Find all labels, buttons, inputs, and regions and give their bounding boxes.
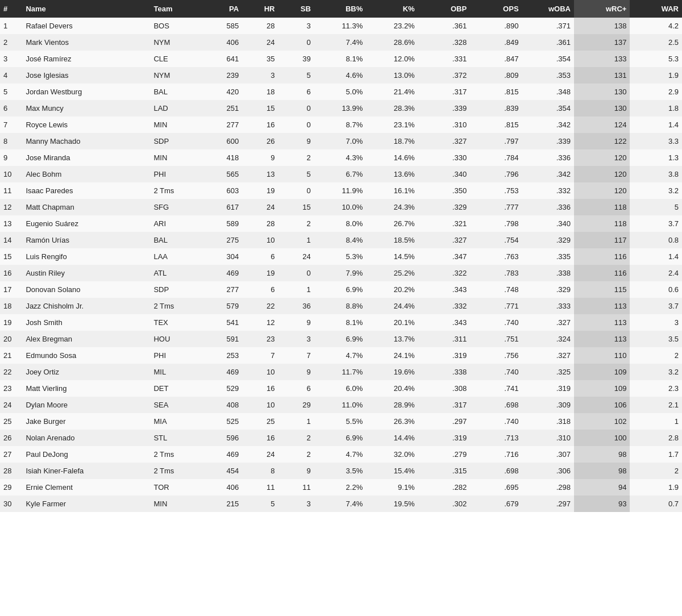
rank-cell: 26 — [0, 430, 22, 446]
k-cell: 26.7% — [366, 215, 418, 232]
ops-cell: .740 — [470, 364, 522, 380]
war-cell: 2.4 — [630, 265, 682, 281]
team-cell: TOR — [150, 479, 198, 496]
war-cell: 1.3 — [630, 149, 682, 166]
k-cell: 23.2% — [366, 18, 418, 34]
woba-cell: .310 — [522, 430, 574, 446]
obp-cell: .327 — [418, 133, 470, 149]
sb-cell: 9 — [278, 133, 314, 149]
col-header-hr: HR — [242, 0, 278, 18]
sb-cell: 36 — [278, 298, 314, 314]
sb-cell: 0 — [278, 100, 314, 116]
name-cell: Josh Smith — [22, 314, 150, 331]
sb-cell: 2 — [278, 446, 314, 463]
war-cell: 3 — [630, 314, 682, 331]
table-row: 14Ramón UríasBAL2751018.4%18.5%.327.754.… — [0, 232, 682, 248]
hr-cell: 16 — [242, 380, 278, 397]
wrc-cell: 130 — [574, 84, 630, 100]
table-row: 13Eugenio SuárezARI5892828.0%26.7%.321.7… — [0, 215, 682, 232]
table-row: 26Nolan ArenadoSTL5961626.9%14.4%.319.71… — [0, 430, 682, 446]
bb-cell: 6.7% — [314, 166, 366, 182]
name-cell: Jose Miranda — [22, 149, 150, 166]
k-cell: 26.3% — [366, 413, 418, 430]
woba-cell: .327 — [522, 314, 574, 331]
k-cell: 19.5% — [366, 496, 418, 512]
k-cell: 12.0% — [366, 51, 418, 67]
wrc-cell: 120 — [574, 166, 630, 182]
sb-cell: 24 — [278, 248, 314, 265]
hr-cell: 24 — [242, 199, 278, 215]
wrc-cell: 122 — [574, 133, 630, 149]
table-row: 2Mark VientosNYM4062407.4%28.6%.328.849.… — [0, 34, 682, 51]
war-cell: 3.7 — [630, 298, 682, 314]
col-header-ops: OPS — [470, 0, 522, 18]
team-cell: BAL — [150, 84, 198, 100]
ops-cell: .698 — [470, 397, 522, 413]
pa-cell: 406 — [198, 479, 242, 496]
col-header-team: Team — [150, 0, 198, 18]
name-cell: Max Muncy — [22, 100, 150, 116]
woba-cell: .348 — [522, 84, 574, 100]
war-cell: 1 — [630, 413, 682, 430]
team-cell: 2 Tms — [150, 182, 198, 199]
sb-cell: 11 — [278, 479, 314, 496]
hr-cell: 25 — [242, 413, 278, 430]
pa-cell: 617 — [198, 199, 242, 215]
woba-cell: .333 — [522, 298, 574, 314]
obp-cell: .340 — [418, 166, 470, 182]
obp-cell: .361 — [418, 18, 470, 34]
woba-cell: .335 — [522, 248, 574, 265]
wrc-cell: 98 — [574, 446, 630, 463]
wrc-cell: 113 — [574, 314, 630, 331]
hr-cell: 26 — [242, 133, 278, 149]
sb-cell: 0 — [278, 182, 314, 199]
rank-cell: 24 — [0, 397, 22, 413]
woba-cell: .342 — [522, 116, 574, 133]
table-row: 18Jazz Chisholm Jr.2 Tms57922368.8%24.4%… — [0, 298, 682, 314]
war-cell: 1.9 — [630, 479, 682, 496]
table-row: 22Joey OrtizMIL46910911.7%19.6%.338.740.… — [0, 364, 682, 380]
col-header-war: WAR — [630, 0, 682, 18]
team-cell: MIN — [150, 496, 198, 512]
table-row: 23Matt VierlingDET5291666.0%20.4%.308.74… — [0, 380, 682, 397]
bb-cell: 7.0% — [314, 133, 366, 149]
team-cell: PHI — [150, 166, 198, 182]
team-cell: MIL — [150, 364, 198, 380]
sb-cell: 2 — [278, 149, 314, 166]
bb-cell: 4.6% — [314, 67, 366, 84]
obp-cell: .310 — [418, 116, 470, 133]
obp-cell: .279 — [418, 446, 470, 463]
wrc-cell: 130 — [574, 100, 630, 116]
name-cell: Matt Chapman — [22, 199, 150, 215]
bb-cell: 6.0% — [314, 380, 366, 397]
obp-cell: .343 — [418, 281, 470, 298]
wrc-cell: 113 — [574, 331, 630, 347]
table-row: 28Isiah Kiner-Falefa2 Tms454893.5%15.4%.… — [0, 463, 682, 479]
table-row: 16Austin RileyATL4691907.9%25.2%.322.783… — [0, 265, 682, 281]
table-row: 1Rafael DeversBOS58528311.3%23.2%.361.89… — [0, 18, 682, 34]
bb-cell: 8.4% — [314, 232, 366, 248]
hr-cell: 16 — [242, 430, 278, 446]
col-header-sb: SB — [278, 0, 314, 18]
war-cell: 4.2 — [630, 18, 682, 34]
woba-cell: .297 — [522, 496, 574, 512]
table-row: 9Jose MirandaMIN418924.3%14.6%.330.784.3… — [0, 149, 682, 166]
col-header-k: K% — [366, 0, 418, 18]
team-cell: SDP — [150, 133, 198, 149]
wrc-cell: 94 — [574, 479, 630, 496]
ops-cell: .849 — [470, 34, 522, 51]
name-cell: Alex Bregman — [22, 331, 150, 347]
war-cell: 3.3 — [630, 133, 682, 149]
pa-cell: 275 — [198, 232, 242, 248]
rank-cell: 4 — [0, 67, 22, 84]
rank-cell: 28 — [0, 463, 22, 479]
name-cell: Isaac Paredes — [22, 182, 150, 199]
ops-cell: .783 — [470, 265, 522, 281]
wrc-cell: 137 — [574, 34, 630, 51]
sb-cell: 9 — [278, 463, 314, 479]
name-cell: Manny Machado — [22, 133, 150, 149]
pa-cell: 251 — [198, 100, 242, 116]
wrc-cell: 116 — [574, 265, 630, 281]
wrc-cell: 118 — [574, 199, 630, 215]
rank-cell: 25 — [0, 413, 22, 430]
